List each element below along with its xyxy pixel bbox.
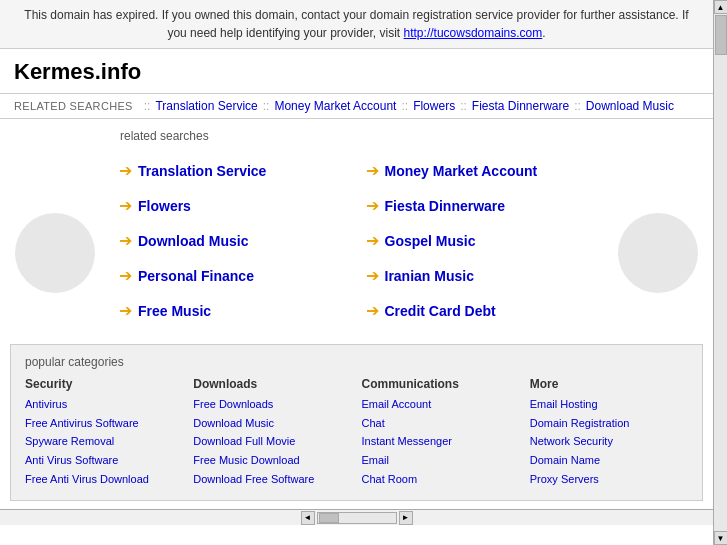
pop-link-proxy-servers[interactable]: Proxy Servers [530, 470, 688, 489]
notification-text: This domain has expired. If you owned th… [24, 8, 688, 40]
pop-link-instant-messenger[interactable]: Instant Messenger [362, 432, 520, 451]
pop-col-downloads: Downloads Free Downloads Download Music … [193, 377, 351, 488]
site-title: Kermes.info [0, 49, 713, 93]
scroll-right-button[interactable]: ► [399, 511, 413, 525]
related-searches-bar: RELATED SEARCHES :: Translation Service … [0, 93, 713, 119]
arrow-icon-1: ➔ [366, 161, 379, 180]
arrow-icon-6: ➔ [119, 266, 132, 285]
pop-link-download-free-software[interactable]: Download Free Software [193, 470, 351, 489]
sep-1: :: [144, 99, 151, 113]
related-searches-title: related searches [120, 129, 598, 143]
link-iranian-music[interactable]: Iranian Music [385, 268, 474, 284]
arrow-icon-8: ➔ [119, 301, 132, 320]
pop-link-free-antivirus[interactable]: Free Antivirus Software [25, 414, 183, 433]
link-item-6: ➔ Personal Finance [115, 260, 352, 291]
bottom-scrollbar: ◄ ► [0, 509, 713, 525]
pop-link-antivirus[interactable]: Antivirus [25, 395, 183, 414]
pop-col-communications: Communications Email Account Chat Instan… [362, 377, 520, 488]
link-flowers[interactable]: Flowers [138, 198, 191, 214]
link-item-3: ➔ Fiesta Dinnerware [362, 190, 599, 221]
pop-link-email-account[interactable]: Email Account [362, 395, 520, 414]
pop-link-free-music-download[interactable]: Free Music Download [193, 451, 351, 470]
link-item-8: ➔ Free Music [115, 295, 352, 326]
arrow-icon-0: ➔ [119, 161, 132, 180]
link-credit-card-debt[interactable]: Credit Card Debt [385, 303, 496, 319]
link-item-4: ➔ Download Music [115, 225, 352, 256]
deco-right [603, 129, 713, 326]
pop-col-downloads-heading: Downloads [193, 377, 351, 391]
right-scrollbar: ▲ ▼ [713, 0, 727, 525]
pop-col-more: More Email Hosting Domain Registration N… [530, 377, 688, 488]
related-bar-link-3[interactable]: Fiesta Dinnerware [472, 99, 569, 113]
popular-section: popular categories Security Antivirus Fr… [10, 344, 703, 501]
link-item-9: ➔ Credit Card Debt [362, 295, 599, 326]
deco-left [0, 129, 110, 326]
link-gospel-music[interactable]: Gospel Music [385, 233, 476, 249]
related-bar-link-2[interactable]: Flowers [413, 99, 455, 113]
arrow-icon-4: ➔ [119, 231, 132, 250]
links-area: related searches ➔ Translation Service ➔… [110, 129, 603, 326]
pop-link-download-movie[interactable]: Download Full Movie [193, 432, 351, 451]
h-scroll-thumb[interactable] [319, 513, 339, 523]
arrow-icon-7: ➔ [366, 266, 379, 285]
pop-link-domain-registration[interactable]: Domain Registration [530, 414, 688, 433]
pop-link-spyware[interactable]: Spyware Removal [25, 432, 183, 451]
pop-link-free-downloads[interactable]: Free Downloads [193, 395, 351, 414]
arrow-icon-5: ➔ [366, 231, 379, 250]
link-item-7: ➔ Iranian Music [362, 260, 599, 291]
main-content: related searches ➔ Translation Service ➔… [0, 119, 713, 336]
pop-link-antivirus-software[interactable]: Anti Virus Software [25, 451, 183, 470]
notification-bar: This domain has expired. If you owned th… [0, 0, 713, 49]
link-money-market[interactable]: Money Market Account [385, 163, 538, 179]
popular-title: popular categories [25, 355, 688, 369]
link-item-2: ➔ Flowers [115, 190, 352, 221]
pop-col-security: Security Antivirus Free Antivirus Softwa… [25, 377, 183, 488]
arrow-icon-3: ➔ [366, 196, 379, 215]
arrow-icon-9: ➔ [366, 301, 379, 320]
pop-link-chat-room[interactable]: Chat Room [362, 470, 520, 489]
pop-col-communications-heading: Communications [362, 377, 520, 391]
related-bar-link-4[interactable]: Download Music [586, 99, 674, 113]
h-scroll-track[interactable] [317, 512, 397, 524]
pop-link-email[interactable]: Email [362, 451, 520, 470]
pop-link-domain-name[interactable]: Domain Name [530, 451, 688, 470]
pop-link-free-antivirus-download[interactable]: Free Anti Virus Download [25, 470, 183, 489]
link-download-music[interactable]: Download Music [138, 233, 248, 249]
link-item-5: ➔ Gospel Music [362, 225, 599, 256]
pop-link-network-security[interactable]: Network Security [530, 432, 688, 451]
related-bar-label: RELATED SEARCHES [14, 100, 133, 112]
link-personal-finance[interactable]: Personal Finance [138, 268, 254, 284]
pop-link-download-music[interactable]: Download Music [193, 414, 351, 433]
scroll-left-button[interactable]: ◄ [301, 511, 315, 525]
notification-link[interactable]: http://tucowsdomains.com [404, 26, 543, 40]
scroll-thumb[interactable] [715, 15, 727, 55]
links-grid: ➔ Translation Service ➔ Money Market Acc… [115, 155, 598, 326]
pop-col-more-heading: More [530, 377, 688, 391]
pop-link-email-hosting[interactable]: Email Hosting [530, 395, 688, 414]
link-translation-service[interactable]: Translation Service [138, 163, 266, 179]
related-bar-link-0[interactable]: Translation Service [155, 99, 257, 113]
pop-link-chat[interactable]: Chat [362, 414, 520, 433]
pop-col-security-heading: Security [25, 377, 183, 391]
link-free-music[interactable]: Free Music [138, 303, 211, 319]
related-bar-link-1[interactable]: Money Market Account [274, 99, 396, 113]
scroll-up-button[interactable]: ▲ [714, 0, 728, 14]
scroll-track[interactable] [714, 14, 728, 525]
link-item-0: ➔ Translation Service [115, 155, 352, 186]
circle-deco-left [15, 213, 95, 293]
popular-grid: Security Antivirus Free Antivirus Softwa… [25, 377, 688, 488]
arrow-icon-2: ➔ [119, 196, 132, 215]
circle-deco-right [618, 213, 698, 293]
link-item-1: ➔ Money Market Account [362, 155, 599, 186]
link-fiesta-dinnerware[interactable]: Fiesta Dinnerware [385, 198, 506, 214]
